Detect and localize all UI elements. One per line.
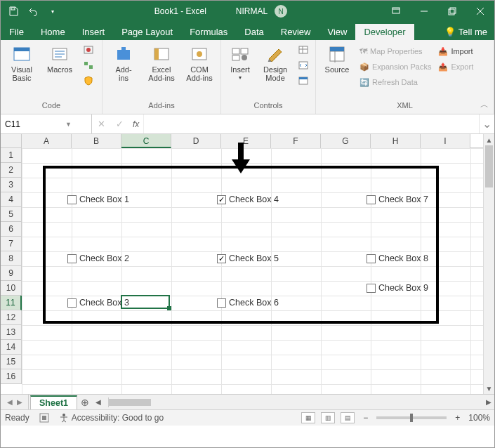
new-sheet-button[interactable]: ⊕ [77,395,93,409]
checkbox-4[interactable]: ✓Check Box 4 [217,195,279,204]
properties-button[interactable] [296,43,311,57]
relative-ref-button[interactable] [81,58,96,72]
export-button[interactable]: 📤Export [437,60,475,74]
tab-file[interactable]: File [1,24,32,40]
row-header-15[interactable]: 15 [1,355,22,369]
zoom-out-button[interactable]: − [360,413,371,423]
qat-dropdown-icon[interactable]: ▾ [46,4,60,18]
cancel-formula-icon[interactable]: ✕ [92,119,110,129]
vertical-scrollbar[interactable]: ▲ ▼ [483,134,494,394]
tab-formulas[interactable]: Formulas [181,24,236,40]
col-header-H[interactable]: H [371,134,421,148]
normal-view-button[interactable]: ▦ [301,412,315,423]
restore-button[interactable] [438,1,466,22]
tab-home[interactable]: Home [32,24,74,40]
scroll-up-icon[interactable]: ▲ [484,134,494,145]
checkbox-input[interactable] [67,254,77,263]
col-header-C[interactable]: C [121,134,171,148]
row-header-16[interactable]: 16 [1,369,22,384]
checkbox-2[interactable]: Check Box 2 [67,253,129,263]
zoom-slider[interactable] [376,416,447,419]
macros-button[interactable]: Macros [43,43,77,74]
xml-source-button[interactable]: Source [320,43,354,74]
horizontal-scrollbar[interactable]: ◀ ▶ [93,395,494,409]
com-addins-button[interactable]: COM Add-ins [183,43,216,82]
col-header-A[interactable]: A [22,134,72,148]
checkbox-3[interactable]: Check Box 3 [67,298,129,308]
zoom-level[interactable]: 100% [468,413,490,423]
checkbox-input[interactable] [367,254,376,263]
checkbox-6[interactable]: Check Box 6 [217,298,279,308]
expansion-packs-button[interactable]: 📦Expansion Packs [358,60,433,74]
tab-insert[interactable]: Insert [74,24,114,40]
enter-formula-icon[interactable]: ✓ [110,119,128,129]
checkbox-1[interactable]: Check Box 1 [67,195,129,204]
name-box-input[interactable] [5,119,61,129]
visual-basic-button[interactable]: Visual Basic [5,43,39,82]
col-header-G[interactable]: G [321,134,371,148]
col-header-D[interactable]: D [171,134,221,148]
select-all-button[interactable] [1,134,22,148]
ribbon-options-icon[interactable] [382,1,410,22]
checkbox-input[interactable] [367,284,376,293]
hscroll-thumb[interactable] [109,399,151,406]
prev-sheet-icon[interactable]: ◀ [7,398,13,406]
save-icon[interactable] [6,4,20,18]
col-header-I[interactable]: I [421,134,470,148]
scroll-left-icon[interactable]: ◀ [93,398,104,406]
checkbox-7[interactable]: Check Box 7 [367,195,428,204]
import-button[interactable]: 📥Import [437,44,475,58]
tab-review[interactable]: Review [272,24,319,40]
excel-addins-button[interactable]: Excel Add-ins [145,43,178,82]
macro-security-button[interactable] [81,74,96,88]
collapse-ribbon-icon[interactable]: ︿ [480,99,489,111]
sheet-nav[interactable]: ◀▶ [1,395,29,409]
checkbox-input[interactable] [367,195,376,204]
zoom-in-button[interactable]: + [452,413,463,423]
row-header-8[interactable]: 8 [1,251,22,266]
row-header-5[interactable]: 5 [1,207,22,222]
design-mode-button[interactable]: Design Mode [259,43,291,82]
row-header-6[interactable]: 6 [1,222,22,237]
tab-developer[interactable]: Developer [355,24,414,40]
checkbox-input[interactable] [67,298,77,308]
scroll-down-icon[interactable]: ▼ [484,383,494,394]
tab-data[interactable]: Data [236,24,272,40]
next-sheet-icon[interactable]: ▶ [17,398,22,406]
formula-input[interactable] [143,114,479,133]
name-box[interactable]: ▼ [1,114,92,133]
col-header-B[interactable]: B [72,134,121,148]
page-layout-view-button[interactable]: ▥ [321,412,335,423]
chevron-down-icon[interactable]: ▼ [65,121,72,128]
row-header-4[interactable]: 4 [1,192,22,207]
col-header-F[interactable]: F [271,134,321,148]
checkbox-5[interactable]: ✓Check Box 5 [217,253,279,263]
refresh-data-button[interactable]: 🔄Refresh Data [358,75,433,89]
macro-record-status-icon[interactable] [39,413,49,423]
checkbox-9[interactable]: Check Box 9 [367,283,428,293]
vscroll-thumb[interactable] [485,145,493,187]
record-macro-button[interactable] [81,43,96,57]
row-header-1[interactable]: 1 [1,148,22,163]
run-dialog-button[interactable] [296,74,311,88]
accessibility-status[interactable]: Accessibility: Good to go [72,413,164,423]
sheet-tab-1[interactable]: Sheet1 [30,395,77,409]
tell-me[interactable]: 💡 Tell me [437,24,494,40]
checkbox-input[interactable] [217,298,226,308]
row-header-11[interactable]: 11 [1,296,22,310]
row-header-14[interactable]: 14 [1,340,22,355]
page-break-view-button[interactable]: ▤ [341,412,355,423]
view-code-button[interactable] [296,58,311,72]
checkbox-input[interactable]: ✓ [217,195,226,204]
minimize-button[interactable] [410,1,438,22]
row-header-12[interactable]: 12 [1,310,22,325]
map-properties-button[interactable]: 🗺Map Properties [358,44,433,58]
avatar[interactable]: N [275,5,287,18]
scroll-right-icon[interactable]: ▶ [483,398,494,406]
undo-icon[interactable] [26,4,40,18]
checkbox-input[interactable]: ✓ [217,254,226,263]
row-header-9[interactable]: 9 [1,266,22,281]
addins-button[interactable]: Add- ins [107,43,140,82]
insert-control-button[interactable]: Insert ▾ [225,43,255,81]
checkbox-input[interactable] [67,195,77,204]
